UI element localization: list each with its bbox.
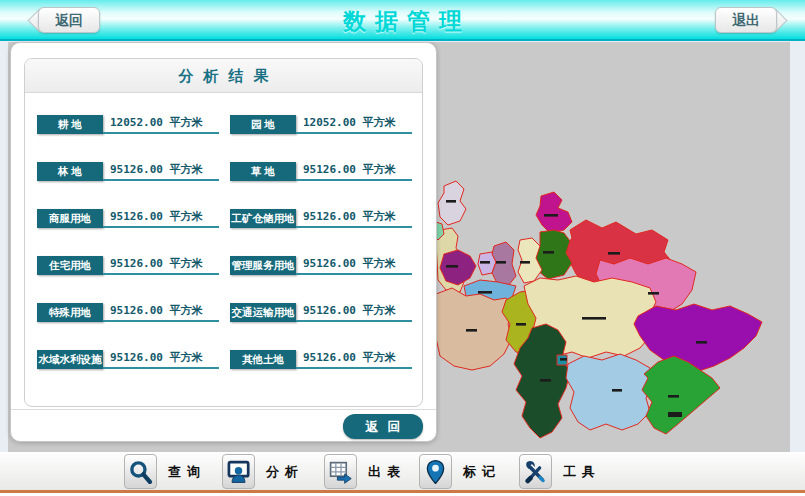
map-region-light-blue-big[interactable] [566, 354, 654, 430]
map-region-magenta[interactable] [536, 192, 572, 233]
field-label-chip: 商服用地 [37, 209, 103, 228]
tools-icon [523, 459, 548, 484]
field-other-land: 其他土地 95126.00 平方米 [230, 348, 412, 369]
map-label-mark [668, 395, 679, 398]
map-label-mark [466, 329, 477, 332]
analysis-fields: 耕 地 12052.00 平方米 园 地 12052.00 平方米 林 地 95… [25, 93, 422, 382]
app-window: 返回 数据管理 退出 分析结果 耕 地 12052.00 平方米 园 地 120… [0, 0, 805, 496]
field-transportation-land: 交通运输用地 95126.00 平方米 [230, 301, 412, 322]
map-label-mark [668, 412, 682, 417]
analysis-card-title: 分析结果 [25, 59, 422, 93]
toolbar-label-analysis: 分析 [266, 463, 304, 481]
map-region-mauve[interactable] [492, 242, 516, 286]
table-export-icon [328, 459, 353, 484]
field-residential-land: 住宅用地 95126.00 平方米 [37, 254, 219, 275]
field-label-chip: 住宅用地 [37, 256, 103, 275]
header-bar: 返回 数据管理 退出 [0, 0, 805, 41]
field-special-land: 特殊用地 95126.00 平方米 [37, 301, 219, 322]
field-value: 95126.00 平方米 [296, 160, 412, 181]
field-value: 95126.00 平方米 [103, 254, 219, 275]
toolbar-item-mark: 标记 [419, 454, 501, 489]
field-value: 95126.00 平方米 [296, 301, 412, 322]
map-label-mark [516, 323, 526, 326]
field-value: 95126.00 平方米 [103, 348, 219, 369]
exit-button[interactable]: 退出 [715, 7, 777, 33]
region-map[interactable] [436, 178, 798, 444]
map-label-mark [544, 214, 558, 217]
query-button[interactable] [124, 454, 157, 489]
field-label-chip: 特殊用地 [37, 303, 103, 322]
field-forest-land: 林 地 95126.00 平方米 [37, 160, 219, 181]
field-label-chip: 水域水利设施 [37, 350, 103, 369]
field-label-chip: 林 地 [37, 162, 103, 181]
field-commercial-land: 商服用地 95126.00 平方米 [37, 207, 219, 228]
toolbar-item-tools: 工具 [519, 454, 601, 489]
toolbar-item-query: 查询 [124, 454, 206, 489]
field-value: 95126.00 平方米 [103, 207, 219, 228]
map-label-mark [612, 389, 622, 392]
map-label-mark [480, 261, 490, 264]
field-cultivated-land: 耕 地 12052.00 平方米 [37, 113, 219, 134]
field-label-chip: 耕 地 [37, 115, 103, 134]
field-label-chip: 其他土地 [230, 350, 296, 369]
field-water-facility-land: 水域水利设施 95126.00 平方米 [37, 348, 219, 369]
map-region-purple[interactable] [634, 304, 762, 372]
bottom-toolbar: 查询 分析 出表 [0, 452, 805, 490]
field-label-chip: 园 地 [230, 115, 296, 134]
field-value: 95126.00 平方米 [296, 207, 412, 228]
panel-back-button[interactable]: 返回 [343, 414, 423, 439]
field-label-chip: 工矿仓储用地 [230, 209, 296, 228]
field-value: 12052.00 平方米 [103, 113, 219, 134]
analysis-panel: 分析结果 耕 地 12052.00 平方米 园 地 12052.00 平方米 林… [10, 42, 437, 442]
page-title: 数据管理 [0, 6, 805, 37]
map-region-lavender[interactable] [438, 181, 466, 225]
map-label-mark [560, 358, 567, 361]
map-label-mark [648, 292, 659, 295]
toolbar-item-export: 出表 [324, 454, 406, 489]
field-value: 95126.00 平方米 [296, 348, 412, 369]
toolbar-label-tools: 工具 [563, 463, 601, 481]
toolbar-label-query: 查询 [168, 463, 206, 481]
field-management-service-land: 管理服务用地 95126.00 平方米 [230, 254, 412, 275]
map-label-mark [478, 291, 492, 294]
toolbar-label-mark: 标记 [463, 463, 501, 481]
map-label-mark [608, 252, 620, 255]
panel-footer: 返回 [11, 409, 436, 441]
analysis-card: 分析结果 耕 地 12052.00 平方米 园 地 12052.00 平方米 林… [24, 58, 423, 407]
analysis-icon [226, 459, 251, 484]
field-label-chip: 交通运输用地 [230, 303, 296, 322]
field-value: 95126.00 平方米 [103, 160, 219, 181]
exit-button-label: 退出 [732, 12, 760, 28]
tools-button[interactable] [519, 454, 552, 489]
toolbar-label-export: 出表 [368, 463, 406, 481]
map-label-mark [543, 251, 554, 254]
search-icon [128, 459, 153, 484]
field-value: 95126.00 平方米 [296, 254, 412, 275]
map-label-mark [446, 200, 456, 203]
marker-button[interactable] [419, 454, 452, 489]
map-label-mark [446, 265, 458, 268]
field-label-chip: 草 地 [230, 162, 296, 181]
map-label-mark [540, 379, 551, 382]
field-industrial-storage-land: 工矿仓储用地 95126.00 平方米 [230, 207, 412, 228]
field-garden-land: 园 地 12052.00 平方米 [230, 113, 412, 134]
toolbar-item-analysis: 分析 [222, 454, 304, 489]
field-value: 95126.00 平方米 [103, 301, 219, 322]
map-label-mark [496, 261, 506, 264]
field-grass-land: 草 地 95126.00 平方米 [230, 160, 412, 181]
analysis-button[interactable] [222, 454, 255, 489]
map-label-mark [582, 317, 606, 320]
marker-pin-icon [423, 459, 448, 484]
map-label-mark [520, 261, 530, 264]
field-value: 12052.00 平方米 [296, 113, 412, 134]
export-table-button[interactable] [324, 454, 357, 489]
map-label-mark [696, 341, 707, 344]
field-label-chip: 管理服务用地 [230, 256, 296, 275]
